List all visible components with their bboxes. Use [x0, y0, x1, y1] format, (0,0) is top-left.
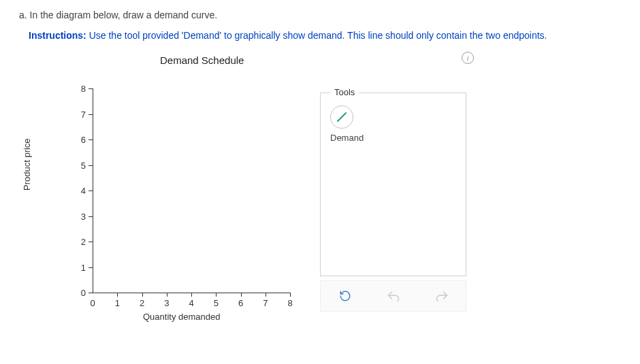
- y-tick: [89, 88, 93, 89]
- y-tick-label: 4: [76, 186, 86, 196]
- y-tick: [89, 139, 93, 140]
- x-tick: [167, 293, 167, 297]
- x-tick: [117, 293, 118, 297]
- y-tick: [89, 216, 93, 217]
- y-tick-label: 7: [76, 109, 86, 119]
- redo-icon: [435, 291, 449, 301]
- info-icon[interactable]: i: [462, 52, 474, 64]
- chart-area[interactable]: Product price Quantity demanded 01234567…: [54, 88, 300, 333]
- x-tick-label: 5: [214, 298, 219, 308]
- svg-line-0: [338, 113, 346, 121]
- x-tick-label: 8: [287, 298, 292, 308]
- x-tick-label: 1: [115, 298, 120, 308]
- x-tick-label: 7: [263, 298, 268, 308]
- x-tick: [266, 293, 266, 297]
- x-tick-label: 0: [90, 298, 95, 308]
- x-tick-label: 2: [140, 298, 144, 308]
- x-tick-label: 3: [164, 298, 169, 308]
- undo-button[interactable]: [383, 286, 404, 306]
- x-tick-label: 6: [238, 298, 243, 308]
- undo-icon: [387, 291, 400, 301]
- tools-panel: Tools Demand: [320, 93, 466, 276]
- x-tick: [241, 293, 242, 297]
- y-tick: [89, 293, 93, 293]
- y-tick-label: 3: [76, 211, 86, 221]
- y-tick: [89, 267, 93, 268]
- y-tick: [89, 114, 93, 115]
- instructions-body: Use the tool provided 'Demand' to graphi…: [89, 30, 547, 41]
- y-tick: [89, 165, 93, 166]
- tools-legend: Tools: [330, 87, 359, 97]
- question-body: In the diagram below, draw a demand curv…: [30, 10, 218, 20]
- y-tick: [89, 191, 93, 191]
- question-prefix: a.: [19, 10, 27, 20]
- info-icon-glyph: i: [466, 54, 468, 62]
- action-bar: [320, 280, 466, 312]
- x-tick: [216, 293, 217, 297]
- x-tick-label: 4: [189, 298, 193, 308]
- instructions: Instructions: Use the tool provided 'Dem…: [29, 30, 626, 41]
- chart-title: Demand Schedule: [160, 54, 244, 66]
- y-tick-label: 1: [76, 262, 86, 272]
- tool-demand[interactable]: Demand: [330, 105, 466, 143]
- y-tick: [89, 242, 93, 242]
- question-text: a. In the diagram below, draw a demand c…: [19, 10, 626, 20]
- line-tool-icon[interactable]: [330, 105, 353, 129]
- redo-button[interactable]: [432, 286, 452, 306]
- main-area: Demand Schedule i Product price Quantity…: [14, 50, 626, 343]
- y-tick-label: 0: [76, 288, 86, 298]
- y-tick-label: 6: [76, 135, 86, 145]
- plot-canvas[interactable]: 012345678 012345678: [93, 88, 290, 293]
- x-tick: [290, 293, 291, 297]
- y-tick-label: 5: [76, 160, 86, 170]
- x-tick: [142, 293, 143, 297]
- y-tick-label: 8: [76, 84, 86, 94]
- instructions-label: Instructions:: [29, 30, 86, 41]
- x-axis-label: Quantity demanded: [143, 312, 220, 322]
- tool-demand-label: Demand: [330, 133, 466, 143]
- y-axis-label: Product price: [22, 138, 32, 191]
- y-tick-label: 2: [76, 237, 86, 247]
- y-axis-line: [93, 88, 93, 293]
- refresh-icon: [339, 290, 351, 302]
- reset-button[interactable]: [335, 286, 355, 306]
- x-tick: [191, 293, 192, 297]
